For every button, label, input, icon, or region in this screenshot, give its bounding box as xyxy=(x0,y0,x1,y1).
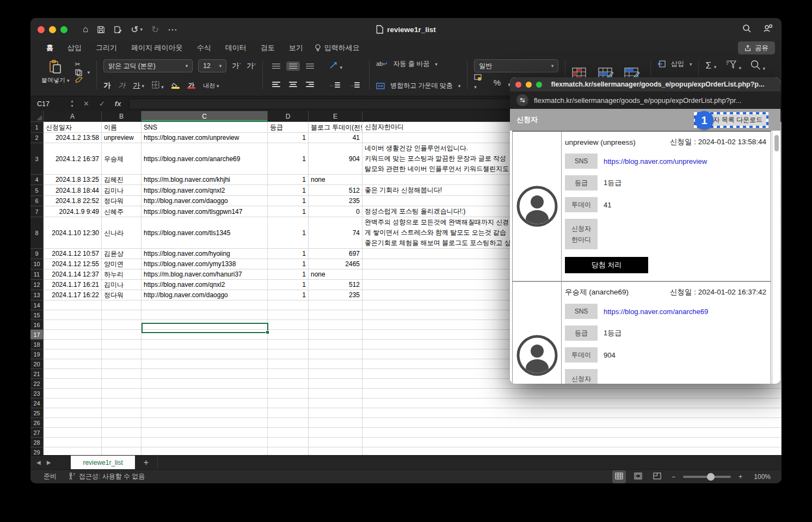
ribbon-tab[interactable]: 그리기 xyxy=(89,41,124,55)
cell-b[interactable] xyxy=(102,389,142,398)
cell-a[interactable]: 신청일자 xyxy=(44,122,102,133)
save-as-icon[interactable] xyxy=(114,26,122,34)
increase-indent-button[interactable]: → xyxy=(346,78,362,90)
cell-e[interactable] xyxy=(309,300,362,310)
cell-b[interactable]: 정다워 xyxy=(102,290,142,300)
confirm-entry-icon[interactable]: ✓ xyxy=(94,100,110,108)
cell-e[interactable]: 0 xyxy=(309,206,362,217)
cell-a[interactable] xyxy=(44,408,102,418)
shrink-font-button[interactable]: 가v xyxy=(247,61,256,71)
cell-c[interactable] xyxy=(142,447,268,455)
cell-d[interactable] xyxy=(268,379,309,389)
cell-e[interactable]: 2465 xyxy=(309,259,362,269)
cell-d[interactable] xyxy=(268,428,309,438)
cell-e[interactable] xyxy=(309,389,362,398)
page-break-view-button[interactable] xyxy=(650,470,664,483)
cell-e[interactable] xyxy=(309,310,362,320)
cell-c[interactable]: https://blog.naver.com/hyoiing xyxy=(142,249,268,259)
cell-c[interactable] xyxy=(142,349,268,359)
row-header[interactable]: 20 xyxy=(30,359,44,369)
cell-a[interactable] xyxy=(44,340,102,349)
row-header[interactable]: 2 xyxy=(30,133,44,143)
cell-b[interactable] xyxy=(102,428,142,438)
phonetic-guide-button[interactable]: 내천 ▾ xyxy=(203,82,219,90)
name-box[interactable]: C17 ▲▼ xyxy=(30,96,78,111)
row-header[interactable]: 23 xyxy=(30,389,44,398)
sheet-tab-active[interactable]: reviewe1r_list xyxy=(71,456,134,470)
cell-a[interactable] xyxy=(44,438,102,447)
align-right-button[interactable] xyxy=(303,79,317,89)
ribbon-tab[interactable]: 페이지 레이아웃 xyxy=(124,41,190,55)
column-header[interactable]: D xyxy=(268,111,309,122)
cell-f[interactable] xyxy=(362,389,782,398)
cell-e[interactable]: 904 xyxy=(309,143,362,175)
row-header[interactable]: 17 xyxy=(30,330,44,340)
redo-button[interactable]: ↻ xyxy=(151,24,159,35)
cell-b[interactable] xyxy=(102,359,142,369)
presence-icon[interactable] xyxy=(763,24,773,35)
align-center-button[interactable] xyxy=(286,79,300,89)
cell-b[interactable] xyxy=(102,379,142,389)
cell-c[interactable]: https://blog.naver.com/qnxl2 xyxy=(142,185,268,196)
row-header[interactable]: 28 xyxy=(30,438,44,447)
cell-a[interactable]: 2024.1.9 9:49 xyxy=(44,206,102,217)
cell-b[interactable] xyxy=(102,447,142,455)
accounting-format-button[interactable]: ▾ xyxy=(474,74,486,90)
cell-b[interactable] xyxy=(102,340,142,349)
cell-c[interactable]: http://blog.naver.com/daoggo xyxy=(142,290,268,300)
cell-e[interactable]: 235 xyxy=(309,290,362,300)
cell-a[interactable]: 2024.1.8 18:44 xyxy=(44,185,102,196)
cell-e[interactable]: 512 xyxy=(309,185,362,196)
cell-b[interactable] xyxy=(102,349,142,359)
autosum-button[interactable]: Σ ▾ xyxy=(705,60,716,71)
home-icon[interactable]: ⌂ xyxy=(83,24,88,35)
cell-e[interactable] xyxy=(309,340,362,349)
row-header[interactable]: 22 xyxy=(30,379,44,389)
cell-a[interactable]: 2024.1.2 16:37 xyxy=(44,143,102,175)
cell-c[interactable]: https://blog.naver.com/qnxl2 xyxy=(142,280,268,290)
row-header[interactable]: 14 xyxy=(30,300,44,310)
cell-b[interactable] xyxy=(102,408,142,418)
paste-button[interactable]: 붙여넣기 ▾ xyxy=(41,59,70,84)
row-header[interactable]: 6 xyxy=(30,196,44,206)
cell-d[interactable] xyxy=(268,438,309,447)
cell-a[interactable] xyxy=(44,389,102,398)
page-layout-view-button[interactable] xyxy=(631,470,645,483)
align-left-button[interactable] xyxy=(269,79,283,89)
cell-b[interactable] xyxy=(102,300,142,310)
number-format-select[interactable]: 일반▾ xyxy=(474,59,558,72)
close-window-button[interactable] xyxy=(515,82,521,88)
find-select-button[interactable]: ▾ xyxy=(750,59,765,72)
font-name-select[interactable]: 맑은 고딕 (본문)▾ xyxy=(103,59,193,72)
cell-b[interactable] xyxy=(102,310,142,320)
row-header[interactable]: 18 xyxy=(30,340,44,349)
cell-a[interactable]: 2024.1.10 12:30 xyxy=(44,217,102,249)
accessibility-status[interactable]: ? 접근성: 사용할 수 없음 xyxy=(67,472,145,481)
cell-e[interactable] xyxy=(309,369,362,379)
cell-b[interactable] xyxy=(102,330,142,340)
cell-a[interactable] xyxy=(44,379,102,389)
cell-c[interactable] xyxy=(142,369,268,379)
cell-d[interactable]: 1 xyxy=(268,175,309,185)
cell-c[interactable]: SNS xyxy=(142,122,268,133)
cell-e[interactable]: 235 xyxy=(309,196,362,206)
cell-b[interactable]: 신나라 xyxy=(102,217,142,249)
cell-d[interactable]: 등급 xyxy=(268,122,309,133)
cell-c[interactable]: http://blog.naver.com/daoggo xyxy=(142,196,268,206)
insert-cells-button[interactable]: 삽입▾ xyxy=(657,59,692,69)
sort-filter-button[interactable]: ▾ xyxy=(725,60,741,71)
column-header[interactable]: A xyxy=(44,111,102,122)
bold-button[interactable]: 가 xyxy=(103,81,110,90)
popup-scrollbar-thumb[interactable] xyxy=(774,135,779,151)
cell-b[interactable]: 우승제 xyxy=(102,143,142,175)
cell-e[interactable] xyxy=(309,447,362,455)
cell-d[interactable]: 1 xyxy=(268,143,309,175)
row-header[interactable]: 25 xyxy=(30,408,44,418)
cell-e[interactable]: 697 xyxy=(309,249,362,259)
cell-e[interactable] xyxy=(309,359,362,369)
cell-e[interactable]: 74 xyxy=(309,217,362,249)
cell-b[interactable]: unpreview xyxy=(102,133,142,143)
cell-d[interactable] xyxy=(268,320,309,330)
cell-c[interactable] xyxy=(142,389,268,398)
row-header[interactable]: 15 xyxy=(30,310,44,320)
